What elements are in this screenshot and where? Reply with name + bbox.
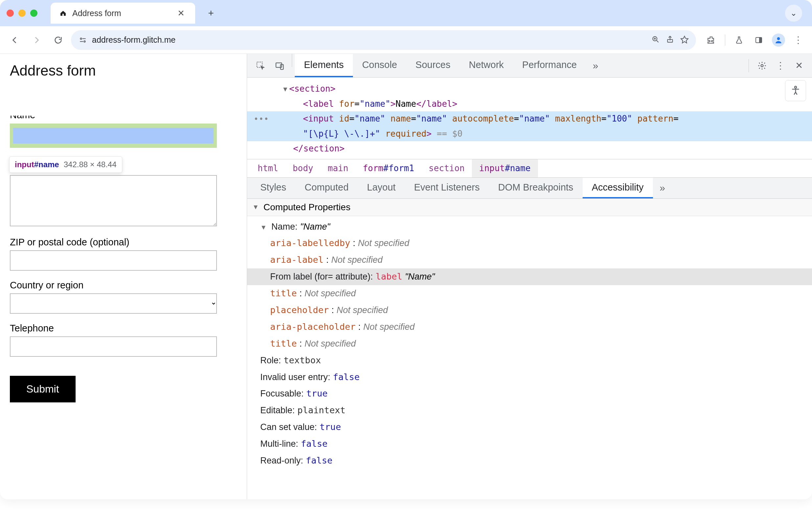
acc-kv-row[interactable]: Role: textbox — [247, 352, 812, 369]
maximize-window-icon[interactable] — [30, 9, 37, 17]
tab-performance[interactable]: Performance — [513, 54, 586, 77]
tab-computed[interactable]: Computed — [296, 178, 358, 199]
labs-icon[interactable] — [731, 32, 747, 48]
zoom-icon[interactable] — [651, 35, 660, 45]
breadcrumb-item[interactable]: html — [250, 159, 285, 177]
devtools-menu-icon[interactable]: ⋮ — [772, 58, 788, 74]
profile-avatar[interactable] — [770, 32, 786, 48]
back-button[interactable] — [6, 31, 24, 49]
inspected-input-inner — [13, 128, 213, 144]
computed-properties-header[interactable]: ▼Computed Properties — [247, 199, 812, 216]
tabs-overflow-icon[interactable]: » — [586, 54, 605, 77]
address-textarea[interactable] — [10, 175, 217, 226]
acc-kv-row[interactable]: Focusable: true — [247, 385, 812, 402]
lower-tabs-overflow-icon[interactable]: » — [653, 178, 672, 199]
svg-point-18 — [794, 86, 796, 88]
submit-button[interactable]: Submit — [10, 376, 76, 402]
acc-prop-row[interactable]: title: Not specified — [247, 285, 812, 302]
tab-strip: Address form ✕ + ⌄ — [0, 0, 812, 26]
tabs-dropdown-icon[interactable]: ⌄ — [785, 5, 802, 22]
breadcrumb-item[interactable]: section — [421, 159, 472, 177]
tooltip-selector-tag: input — [15, 160, 34, 169]
tab-close-icon[interactable]: ✕ — [175, 7, 187, 20]
tab-title: Address form — [72, 8, 170, 18]
inspected-input-highlight[interactable] — [10, 124, 217, 148]
dom-line[interactable]: <label for="name">Name</label> — [273, 97, 812, 112]
country-select[interactable] — [10, 293, 217, 314]
acc-kv-row[interactable]: Read-only: false — [247, 452, 812, 469]
tooltip-dimensions: 342.88 × 48.44 — [64, 160, 117, 169]
bookmark-star-icon[interactable] — [680, 35, 689, 45]
tel-input[interactable] — [10, 336, 217, 357]
acc-kv-row[interactable]: Editable: plaintext — [247, 402, 812, 419]
tab-event-listeners[interactable]: Event Listeners — [405, 178, 489, 199]
acc-prop-row[interactable]: placeholder: Not specified — [247, 302, 812, 319]
acc-name-row[interactable]: ▼ Name: "Name" — [247, 219, 812, 235]
tab-elements[interactable]: Elements — [295, 54, 353, 77]
dom-line[interactable]: ▼<section> — [273, 81, 812, 97]
omnibox[interactable]: address-form.glitch.me — [71, 30, 696, 50]
dom-tree[interactable]: ••• ▼<section> <label for="name">Name</l… — [247, 78, 812, 159]
inspect-element-icon[interactable] — [251, 54, 270, 77]
tab-accessibility[interactable]: Accessibility — [583, 178, 653, 199]
forward-button[interactable] — [28, 31, 45, 49]
site-settings-icon[interactable] — [78, 35, 87, 45]
element-tooltip: input#name 342.88 × 48.44 — [9, 156, 122, 173]
devtools-close-icon[interactable]: ✕ — [791, 58, 807, 74]
dom-line-selected-cont[interactable]: "[\p{L} \-\.]+" required> == $0 — [247, 127, 812, 141]
svg-point-0 — [80, 38, 81, 39]
tab-network[interactable]: Network — [460, 54, 513, 77]
toolbar: address-form.glitch.me — [0, 26, 812, 54]
breadcrumb-item[interactable]: main — [321, 159, 356, 177]
dom-line-selected[interactable]: <input id="name" name="name" autocomplet… — [247, 111, 812, 127]
tab-console[interactable]: Console — [353, 54, 406, 77]
dom-line[interactable]: </section> — [273, 141, 812, 156]
country-label: Country or region — [10, 280, 237, 291]
svg-point-2 — [84, 41, 85, 42]
tab-dom-breakpoints[interactable]: DOM Breakpoints — [489, 178, 583, 199]
tab-layout[interactable]: Layout — [358, 178, 405, 199]
share-icon[interactable] — [666, 35, 674, 45]
acc-prop-row[interactable]: aria-placeholder: Not specified — [247, 319, 812, 335]
settings-gear-icon[interactable] — [754, 58, 770, 74]
minimize-window-icon[interactable] — [18, 9, 26, 17]
extensions-icon[interactable] — [703, 32, 719, 48]
favicon-icon — [58, 8, 68, 18]
name-label-cropped: Name — [10, 115, 237, 122]
tab-sources[interactable]: Sources — [406, 54, 459, 77]
tab-styles[interactable]: Styles — [251, 178, 296, 199]
browser-tab[interactable]: Address form ✕ — [51, 3, 195, 24]
acc-kv-row[interactable]: Can set value: true — [247, 419, 812, 436]
acc-from-label-row[interactable]: From label (for= attribute): label "Name… — [247, 268, 812, 285]
tel-label: Telephone — [10, 323, 237, 334]
window-controls — [6, 9, 37, 17]
acc-kv-row[interactable]: Invalid user entry: false — [247, 369, 812, 386]
svg-marker-9 — [681, 36, 688, 43]
breadcrumb-item[interactable]: body — [285, 159, 321, 177]
acc-prop-row[interactable]: aria-labelledby: Not specified — [247, 235, 812, 252]
svg-point-13 — [777, 37, 780, 40]
reload-button[interactable] — [49, 31, 67, 49]
svg-point-17 — [761, 64, 763, 67]
acc-kv-row[interactable]: Multi-line: false — [247, 436, 812, 452]
svg-rect-12 — [759, 37, 762, 43]
breadcrumb-item[interactable]: form#form1 — [356, 159, 422, 177]
dom-line-actions-icon[interactable]: ••• — [254, 112, 269, 126]
url-text: address-form.glitch.me — [92, 35, 647, 45]
browser-window: Address form ✕ + ⌄ address-form.glitch.m… — [0, 0, 812, 499]
acc-prop-row[interactable]: title: Not specified — [247, 335, 812, 352]
zip-input[interactable] — [10, 250, 217, 271]
close-window-icon[interactable] — [6, 9, 14, 17]
device-toolbar-icon[interactable] — [270, 54, 289, 77]
breadcrumb-item-selected[interactable]: input#name — [472, 159, 538, 177]
acc-prop-row[interactable]: aria-label: Not specified — [247, 252, 812, 268]
new-tab-button[interactable]: + — [202, 5, 220, 22]
kebab-menu-icon[interactable]: ⋮ — [790, 32, 806, 48]
sidepanel-icon[interactable] — [751, 32, 767, 48]
page-viewport: Address form input#name 342.88 × 48.44 N… — [0, 54, 247, 499]
devtools-pane: Elements Console Sources Network Perform… — [247, 54, 812, 499]
svg-line-5 — [657, 41, 658, 42]
page-title: Address form — [10, 62, 237, 79]
zip-label: ZIP or postal code (optional) — [10, 237, 237, 248]
accessibility-float-icon[interactable] — [785, 80, 806, 101]
